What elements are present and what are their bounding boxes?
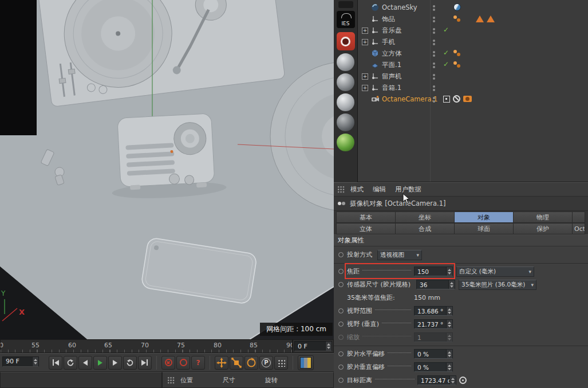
next-key-button[interactable] (123, 356, 137, 370)
stepper-arrows[interactable] (32, 357, 38, 366)
focal-unit-dropdown[interactable]: 自定义 (毫米) ▾ (456, 266, 534, 277)
tab-protection[interactable]: 保护 (513, 223, 573, 234)
material-sphere-4[interactable] (337, 113, 354, 131)
stepper-arrows[interactable] (449, 376, 456, 385)
film-preset-dropdown[interactable]: 35毫米照片 (36.0毫米) ▾ (459, 280, 536, 290)
keyframe-circle[interactable] (338, 335, 344, 340)
viewport-3d[interactable]: Y X 网格间距 : 100 cm (0, 0, 334, 339)
object-row-cube[interactable]: 立方体 ✓ (358, 48, 588, 59)
stepper-arrows[interactable] (325, 342, 332, 351)
keyframe-circle[interactable] (338, 351, 344, 356)
previous-frame-button[interactable] (78, 356, 92, 370)
play-button[interactable] (93, 356, 107, 370)
environment-tag-icon[interactable] (453, 3, 461, 11)
octane-camera-button[interactable] (337, 32, 355, 50)
visibility-dots[interactable] (433, 50, 435, 58)
timeline-ruler[interactable]: 50 55 60 65 70 75 80 85 90 (0, 339, 293, 353)
ies-light-button[interactable]: IES (337, 11, 355, 28)
tab-position[interactable]: 位置 (180, 376, 193, 385)
object-row-speaker[interactable]: + 音箱.1 (358, 82, 588, 93)
stepper-arrows[interactable] (446, 350, 452, 358)
tab-stereo[interactable]: 立体 (336, 223, 396, 234)
expander-icon[interactable]: + (362, 85, 368, 91)
tab-octane[interactable]: Oct (572, 223, 585, 234)
octane-object-tag-icon[interactable] (453, 49, 461, 57)
next-frame-button[interactable] (108, 356, 122, 370)
object-row-ornaments[interactable]: 饰品 (358, 13, 588, 25)
snap-grid-button[interactable] (274, 356, 288, 370)
display-triangle-tag-icon[interactable] (487, 15, 495, 22)
keyframe-circle[interactable] (338, 282, 344, 287)
keyframe-circle[interactable] (338, 269, 344, 274)
enable-check-icon[interactable]: ✓ (443, 26, 449, 34)
visibility-dots[interactable] (433, 96, 435, 104)
sensor-size-input[interactable]: 36 (416, 280, 455, 289)
object-row-phone[interactable]: + 手机 (358, 36, 588, 48)
protection-tag-icon[interactable] (453, 95, 460, 103)
tab-coordinates[interactable]: 坐标 (395, 211, 455, 223)
camera-view-tag-icon[interactable] (443, 96, 450, 103)
keyframe-circle[interactable] (338, 252, 344, 257)
visibility-dots[interactable] (433, 84, 435, 92)
stepper-arrows[interactable] (446, 267, 452, 276)
tab-physical[interactable]: 物理 (513, 211, 573, 223)
menu-edit[interactable]: 编辑 (373, 185, 386, 194)
visibility-dots[interactable] (433, 27, 435, 35)
octane-object-tag-icon[interactable] (453, 61, 461, 68)
visibility-dots[interactable] (433, 61, 435, 69)
tab-spherical[interactable]: 球面 (454, 223, 514, 234)
tab-size[interactable]: 尺寸 (223, 376, 235, 385)
move-tool-button[interactable] (215, 356, 228, 370)
tab-basic[interactable]: 基本 (336, 211, 396, 223)
tab-rotation[interactable]: 旋转 (265, 376, 278, 385)
partial-icon[interactable] (338, 1, 353, 8)
object-row-octanecamera[interactable]: OctaneCamera.1 (358, 93, 588, 105)
film-offset-x-input[interactable]: 0 % (414, 349, 453, 359)
octane-object-tag-icon[interactable] (453, 15, 461, 22)
object-row-musicbox[interactable]: + 音乐盘 ✓ (358, 25, 588, 36)
expander-icon[interactable]: + (362, 28, 368, 34)
material-sphere-3[interactable] (337, 93, 354, 111)
key-options-button[interactable]: ? (191, 356, 205, 370)
tab-partial[interactable] (572, 211, 585, 223)
display-triangle-tag-icon[interactable] (476, 15, 484, 22)
tab-object[interactable]: 对象 (454, 211, 514, 223)
object-row-octanesky[interactable]: OctaneSky (358, 2, 588, 13)
material-sphere-green[interactable] (337, 134, 354, 151)
object-row-plane[interactable]: 平面.1 ✓ (358, 59, 588, 70)
keyframe-circle[interactable] (338, 322, 344, 327)
visibility-dots[interactable] (433, 4, 435, 12)
previous-key-button[interactable] (64, 356, 77, 370)
record-keyframe-button[interactable] (161, 356, 175, 370)
tab-composition[interactable]: 合成 (395, 223, 455, 234)
layout-switch-button[interactable] (298, 355, 314, 370)
material-sphere-2[interactable] (337, 73, 354, 91)
coordinate-system-button[interactable]: P (259, 356, 273, 370)
scale-tool-button[interactable] (230, 356, 243, 370)
stepper-arrows[interactable] (448, 280, 455, 289)
focal-length-input[interactable]: 150 (414, 266, 453, 276)
visibility-dots[interactable] (433, 15, 435, 23)
visibility-dots[interactable] (433, 38, 435, 46)
keyframe-circle[interactable] (338, 365, 344, 370)
target-picker-icon[interactable] (459, 377, 467, 384)
material-sphere-1[interactable] (337, 53, 354, 71)
stepper-arrows[interactable] (446, 307, 452, 315)
menu-userdata[interactable]: 用户数据 (395, 185, 421, 194)
object-row-gramophone[interactable]: + 留声机 (358, 70, 588, 82)
enable-check-icon[interactable]: ✓ (443, 49, 449, 57)
current-frame-field[interactable]: 0 F (294, 341, 332, 351)
expander-icon[interactable]: + (362, 73, 368, 80)
stepper-arrows[interactable] (446, 363, 452, 371)
target-distance-input[interactable]: 1723.47 c (417, 375, 456, 385)
keyframe-circle[interactable] (338, 308, 344, 313)
fov-vertical-input[interactable]: 21.737 ° (414, 319, 453, 329)
goto-start-button[interactable] (49, 356, 62, 370)
autokey-button[interactable] (176, 356, 190, 370)
goto-end-button[interactable] (138, 356, 152, 370)
visibility-dots[interactable] (433, 73, 435, 81)
end-frame-field[interactable]: 90 F (2, 356, 39, 367)
rotate-tool-button[interactable] (244, 356, 258, 370)
menu-mode[interactable]: 模式 (350, 185, 364, 194)
octane-camera-tag-icon[interactable] (463, 96, 472, 102)
